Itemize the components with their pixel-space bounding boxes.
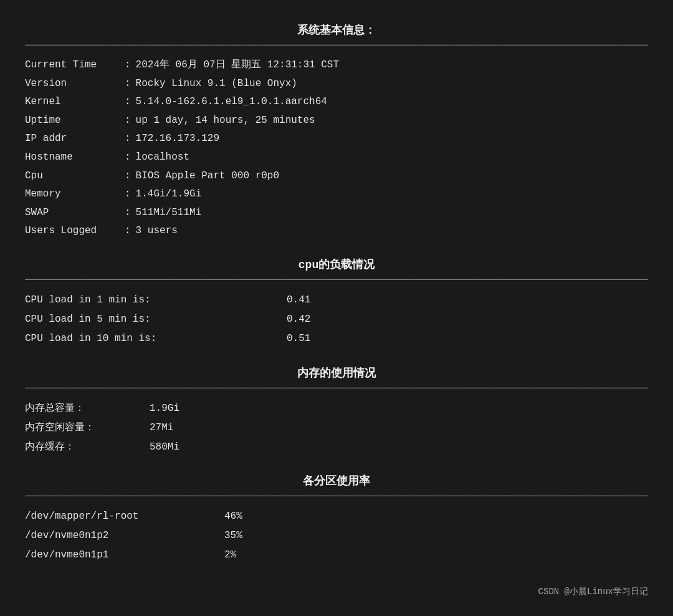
footer: CSDN @小晨Linux学习日记: [25, 580, 648, 604]
sysinfo-colon-8: :: [125, 205, 131, 221]
sysinfo-label-8: SWAP: [25, 205, 125, 221]
cpu-value-1: 0.42: [287, 311, 310, 328]
sysinfo-value-6: BIOS Apple Part 000 r0p0: [136, 168, 279, 185]
disk-title: 各分区使用率: [25, 473, 648, 488]
cpu-section: cpu的负载情况 ───────────────────────────────…: [25, 247, 648, 350]
sysinfo-value-3: up 1 day, 14 hours, 25 minutes: [136, 113, 315, 129]
sysinfo-label-1: Version: [25, 76, 125, 92]
disk-value-1: 35%: [224, 527, 242, 544]
sysinfo-label-0: Current Time: [25, 57, 125, 74]
cpu-divider: ────────────────────────────────────────…: [25, 274, 648, 286]
cpu-row-1: CPU load in 5 min is: 0.42: [25, 311, 648, 328]
disk-row-2: /dev/nvme0n1p1 2%: [25, 547, 648, 564]
sysinfo-colon-0: :: [125, 57, 131, 74]
cpu-row-2: CPU load in 10 min is: 0.51: [25, 330, 648, 347]
disk-row-0: /dev/mapper/rl-root 46%: [25, 508, 648, 525]
sysinfo-value-0: 2024年 06月 07日 星期五 12:31:31 CST: [136, 57, 339, 74]
memory-divider: ────────────────────────────────────────…: [25, 383, 648, 394]
mem-value-0: 1.9Gi: [150, 400, 179, 417]
sysinfo-label-2: Kernel: [25, 94, 125, 110]
cpu-row-0: CPU load in 1 min is: 0.41: [25, 292, 648, 309]
sysinfo-title: 系统基本信息：: [25, 22, 648, 37]
mem-label-1: 内存空闲容量：: [25, 420, 150, 436]
cpu-value-2: 0.51: [287, 330, 310, 347]
sysinfo-value-8: 511Mi/511Mi: [136, 205, 202, 221]
sysinfo-row-8: SWAP : 511Mi/511Mi: [25, 205, 648, 221]
mem-value-2: 580Mi: [150, 439, 179, 456]
sysinfo-label-5: Hostname: [25, 150, 125, 166]
sysinfo-colon-9: :: [125, 223, 131, 239]
mem-value-1: 27Mi: [150, 420, 173, 436]
mem-row-0: 内存总容量： 1.9Gi: [25, 400, 648, 417]
sysinfo-section: 系统基本信息： ────────────────────────────────…: [25, 12, 648, 242]
sysinfo-colon-7: :: [125, 186, 131, 203]
cpu-label-1: CPU load in 5 min is:: [25, 311, 287, 328]
mem-label-0: 内存总容量：: [25, 400, 150, 417]
sysinfo-value-7: 1.4Gi/1.9Gi: [136, 186, 202, 203]
sysinfo-value-9: 3 users: [136, 223, 178, 239]
sysinfo-row-4: IP addr : 172.16.173.129: [25, 131, 648, 147]
sysinfo-label-4: IP addr: [25, 131, 125, 147]
cpu-title: cpu的负载情况: [25, 257, 648, 272]
cpu-label-0: CPU load in 1 min is:: [25, 292, 287, 309]
sysinfo-row-0: Current Time : 2024年 06月 07日 星期五 12:31:3…: [25, 57, 648, 74]
disk-label-0: /dev/mapper/rl-root: [25, 508, 224, 525]
disk-value-0: 46%: [224, 508, 242, 525]
sysinfo-colon-1: :: [125, 76, 131, 92]
sysinfo-row-3: Uptime : up 1 day, 14 hours, 25 minutes: [25, 113, 648, 129]
disk-divider: ────────────────────────────────────────…: [25, 491, 648, 502]
sysinfo-row-9: Users Logged : 3 users: [25, 223, 648, 239]
disk-row-1: /dev/nvme0n1p2 35%: [25, 527, 648, 544]
sysinfo-row-6: Cpu : BIOS Apple Part 000 r0p0: [25, 168, 648, 185]
disk-label-2: /dev/nvme0n1p1: [25, 547, 224, 564]
sysinfo-value-5: localhost: [136, 150, 189, 166]
sysinfo-divider: ────────────────────────────────────────…: [25, 40, 648, 51]
sysinfo-label-3: Uptime: [25, 113, 125, 129]
sysinfo-colon-4: :: [125, 131, 131, 147]
sysinfo-label-9: Users Logged: [25, 223, 125, 239]
sysinfo-value-4: 172.16.173.129: [136, 131, 219, 147]
sysinfo-label-7: Memory: [25, 186, 125, 203]
disk-value-2: 2%: [224, 547, 236, 564]
sysinfo-colon-5: :: [125, 150, 131, 166]
memory-section: 内存的使用情况 ────────────────────────────────…: [25, 355, 648, 459]
mem-label-2: 内存缓存：: [25, 439, 150, 456]
disk-section: 各分区使用率 ─────────────────────────────────…: [25, 463, 648, 567]
sysinfo-value-1: Rocky Linux 9.1 (Blue Onyx): [136, 76, 297, 92]
disk-label-1: /dev/nvme0n1p2: [25, 527, 224, 544]
mem-row-2: 内存缓存： 580Mi: [25, 439, 648, 456]
sysinfo-colon-3: :: [125, 113, 131, 129]
cpu-value-0: 0.41: [287, 292, 310, 309]
cpu-label-2: CPU load in 10 min is:: [25, 330, 287, 347]
memory-title: 内存的使用情况: [25, 365, 648, 380]
sysinfo-row-5: Hostname : localhost: [25, 150, 648, 166]
sysinfo-colon-2: :: [125, 94, 131, 110]
footer-text: CSDN @小晨Linux学习日记: [538, 586, 648, 597]
mem-row-1: 内存空闲容量： 27Mi: [25, 420, 648, 436]
sysinfo-row-7: Memory : 1.4Gi/1.9Gi: [25, 186, 648, 203]
sysinfo-row-2: Kernel : 5.14.0-162.6.1.el9_1.0.1.aarch6…: [25, 94, 648, 110]
sysinfo-row-1: Version : Rocky Linux 9.1 (Blue Onyx): [25, 76, 648, 92]
sysinfo-value-2: 5.14.0-162.6.1.el9_1.0.1.aarch64: [136, 94, 327, 110]
sysinfo-colon-6: :: [125, 168, 131, 185]
sysinfo-label-6: Cpu: [25, 168, 125, 185]
